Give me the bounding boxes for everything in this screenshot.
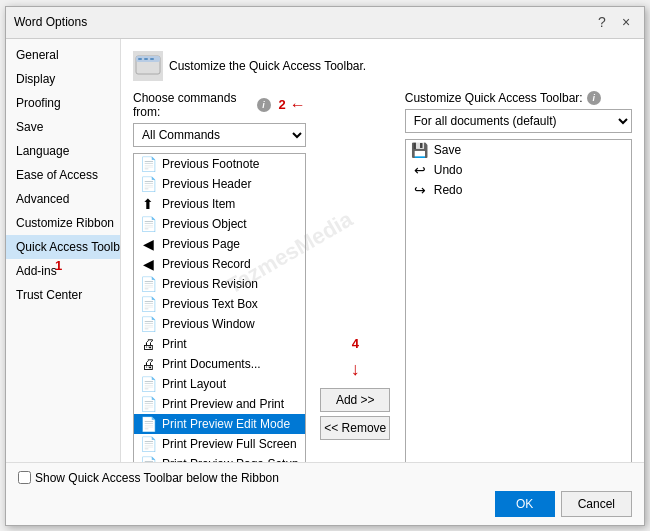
sidebar-item-advanced[interactable]: Advanced bbox=[6, 187, 120, 211]
right-list-item-icon: ↪ bbox=[412, 182, 428, 198]
svg-rect-3 bbox=[144, 58, 148, 60]
sidebar: General Display Proofing Save Language E… bbox=[6, 39, 121, 462]
left-dropdown-wrapper: All Commands Popular Commands Commands N… bbox=[133, 123, 306, 147]
show-toolbar-label: Show Quick Access Toolbar below the Ribb… bbox=[35, 471, 279, 485]
help-button[interactable]: ? bbox=[592, 12, 612, 32]
list-item-icon: ⬆ bbox=[140, 196, 156, 212]
list-item-icon: 📄 bbox=[140, 396, 156, 412]
list-item[interactable]: 🖨Print bbox=[134, 334, 305, 354]
ok-button[interactable]: OK bbox=[495, 491, 555, 517]
list-item[interactable]: ⬆Previous Item bbox=[134, 194, 305, 214]
list-item-label: Previous Header bbox=[162, 177, 251, 191]
right-list-item-label: Save bbox=[434, 143, 461, 157]
list-item-icon: 📄 bbox=[140, 376, 156, 392]
list-item-label: Previous Footnote bbox=[162, 157, 259, 171]
sidebar-item-general[interactable]: General bbox=[6, 43, 120, 67]
sidebar-item-ease-of-access[interactable]: Ease of Access bbox=[6, 163, 120, 187]
list-item[interactable]: 📄Previous Header bbox=[134, 174, 305, 194]
list-item[interactable]: 📄Previous Revision bbox=[134, 274, 305, 294]
right-list-item[interactable]: 💾Save bbox=[406, 140, 631, 160]
dialog-title: Word Options bbox=[14, 15, 87, 29]
add-button[interactable]: Add >> bbox=[320, 388, 390, 412]
list-item[interactable]: ◀Previous Record bbox=[134, 254, 305, 274]
cancel-button[interactable]: Cancel bbox=[561, 491, 632, 517]
sidebar-item-display[interactable]: Display bbox=[6, 67, 120, 91]
list-item-label: Print Documents... bbox=[162, 357, 261, 371]
list-item[interactable]: 🖨Print Documents... bbox=[134, 354, 305, 374]
list-item-icon: 📄 bbox=[140, 416, 156, 432]
list-item-label: Print Preview and Print bbox=[162, 397, 284, 411]
list-item-label: Previous Record bbox=[162, 257, 251, 271]
footer-checkbox-row: Show Quick Access Toolbar below the Ribb… bbox=[18, 471, 632, 485]
list-item[interactable]: ◀Previous Page bbox=[134, 234, 305, 254]
list-item-icon: 🖨 bbox=[140, 336, 156, 352]
left-listbox[interactable]: 📄Previous Footnote📄Previous Header⬆Previ… bbox=[133, 153, 306, 462]
list-item-icon: 📄 bbox=[140, 216, 156, 232]
annotation-arrow-4: ↓ bbox=[351, 359, 360, 380]
sidebar-item-add-ins[interactable]: Add-ins bbox=[6, 259, 120, 283]
right-panel: Customize Quick Access Toolbar: i For al… bbox=[405, 91, 632, 462]
left-panel-label: Choose commands from: i 2 ← bbox=[133, 91, 306, 119]
list-item-label: Previous Page bbox=[162, 237, 240, 251]
list-item-label: Print Preview Edit Mode bbox=[162, 417, 290, 431]
sidebar-item-customize-ribbon[interactable]: Customize Ribbon bbox=[6, 211, 120, 235]
list-item-icon: 📄 bbox=[140, 156, 156, 172]
right-list-item[interactable]: ↩Undo bbox=[406, 160, 631, 180]
main-title-area: Customize the Quick Access Toolbar. bbox=[133, 51, 632, 81]
title-bar: Word Options ? × bbox=[6, 7, 644, 39]
show-toolbar-checkbox-label[interactable]: Show Quick Access Toolbar below the Ribb… bbox=[18, 471, 279, 485]
list-item-label: Print bbox=[162, 337, 187, 351]
sidebar-item-trust-center[interactable]: Trust Center bbox=[6, 283, 120, 307]
sidebar-item-language[interactable]: Language bbox=[6, 139, 120, 163]
content-area: Choose commands from: i 2 ← All Commands… bbox=[133, 91, 632, 462]
annotation-2: 2 bbox=[279, 97, 286, 112]
list-item-label: Previous Revision bbox=[162, 277, 258, 291]
right-list-item-icon: ↩ bbox=[412, 162, 428, 178]
title-bar-controls: ? × bbox=[592, 12, 636, 32]
right-panel-label: Customize Quick Access Toolbar: i bbox=[405, 91, 632, 105]
list-item-label: Previous Item bbox=[162, 197, 235, 211]
list-item-icon: ◀ bbox=[140, 236, 156, 252]
footer: Show Quick Access Toolbar below the Ribb… bbox=[6, 462, 644, 525]
sidebar-item-save[interactable]: Save bbox=[6, 115, 120, 139]
list-item[interactable]: 📄Print Preview Page Setup bbox=[134, 454, 305, 462]
list-item[interactable]: 📄Print Layout bbox=[134, 374, 305, 394]
annotation-1: 1 bbox=[55, 258, 62, 273]
sidebar-item-quick-access-toolbar[interactable]: Quick Access Toolbar bbox=[6, 235, 120, 259]
right-list-item-icon: 💾 bbox=[412, 142, 428, 158]
list-item[interactable]: 📄Previous Text Box bbox=[134, 294, 305, 314]
right-dropdown[interactable]: For all documents (default) bbox=[405, 109, 632, 133]
list-item[interactable]: 📄Print Preview and Print bbox=[134, 394, 305, 414]
list-item-label: Previous Object bbox=[162, 217, 247, 231]
list-item-icon: ◀ bbox=[140, 256, 156, 272]
right-listbox[interactable]: 💾Save↩Undo↪Redo bbox=[405, 139, 632, 462]
left-info-icon: i bbox=[257, 98, 271, 112]
remove-button[interactable]: << Remove bbox=[320, 416, 390, 440]
list-item-icon: 📄 bbox=[140, 436, 156, 452]
list-item[interactable]: 📄Previous Footnote bbox=[134, 154, 305, 174]
show-toolbar-checkbox[interactable] bbox=[18, 471, 31, 484]
list-item-label: Print Preview Full Screen bbox=[162, 437, 297, 451]
right-list-item-label: Undo bbox=[434, 163, 463, 177]
svg-rect-2 bbox=[138, 58, 142, 60]
list-item-icon: 📄 bbox=[140, 316, 156, 332]
close-button[interactable]: × bbox=[616, 12, 636, 32]
list-item[interactable]: 📄Print Preview Edit Mode bbox=[134, 414, 305, 434]
annotation-4: 4 bbox=[352, 336, 359, 351]
annotation-arrow-2: ← bbox=[290, 96, 306, 114]
list-item[interactable]: 📄Print Preview Full Screen bbox=[134, 434, 305, 454]
middle-controls: 4 ↓ Add >> << Remove bbox=[316, 91, 395, 462]
right-info-icon: i bbox=[587, 91, 601, 105]
right-list-item-label: Redo bbox=[434, 183, 463, 197]
main-content: Customize the Quick Access Toolbar. Choo… bbox=[121, 39, 644, 462]
left-dropdown[interactable]: All Commands Popular Commands Commands N… bbox=[133, 123, 306, 147]
right-list-item[interactable]: ↪Redo bbox=[406, 180, 631, 200]
sidebar-item-proofing[interactable]: Proofing bbox=[6, 91, 120, 115]
list-item-icon: 📄 bbox=[140, 176, 156, 192]
list-item-icon: 🖨 bbox=[140, 356, 156, 372]
footer-buttons: OK Cancel bbox=[18, 491, 632, 517]
list-item[interactable]: 📄Previous Object bbox=[134, 214, 305, 234]
list-item[interactable]: 📄Previous Window bbox=[134, 314, 305, 334]
left-panel: Choose commands from: i 2 ← All Commands… bbox=[133, 91, 306, 462]
list-item-label: Print Layout bbox=[162, 377, 226, 391]
